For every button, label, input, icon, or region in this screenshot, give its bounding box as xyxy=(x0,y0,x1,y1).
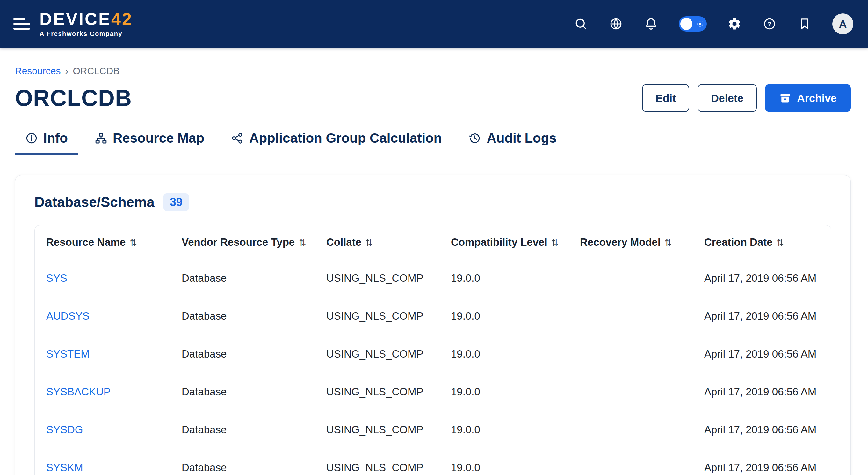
globe-icon[interactable] xyxy=(609,16,623,31)
section-header: Database/Schema 39 xyxy=(34,193,831,211)
table-header-row: Resource Name⇅Vendor Resource Type⇅Colla… xyxy=(35,226,831,260)
column-header[interactable]: Vendor Resource Type⇅ xyxy=(170,226,315,260)
breadcrumb-resources-link[interactable]: Resources xyxy=(15,66,61,76)
resource-link[interactable]: AUDSYS xyxy=(46,310,90,322)
tab-application-group-calculation[interactable]: Application Group Calculation xyxy=(221,131,452,155)
history-icon xyxy=(468,132,481,144)
table-cell: Database xyxy=(170,335,315,373)
table-cell: April 17, 2019 06:56 AM xyxy=(693,411,831,449)
column-label: Compatibility Level xyxy=(451,236,548,248)
search-icon[interactable] xyxy=(574,16,588,31)
brand-logo[interactable]: DEVICE42 A Freshworks Company xyxy=(39,10,133,38)
sort-icon[interactable]: ⇅ xyxy=(777,238,784,248)
help-icon[interactable]: ? xyxy=(762,16,777,31)
column-header[interactable]: Creation Date⇅ xyxy=(693,226,831,260)
column-header[interactable]: Collate⇅ xyxy=(315,226,439,260)
table-cell: USING_NLS_COMP xyxy=(315,335,439,373)
table-body: SYSDatabaseUSING_NLS_COMP19.0.0April 17,… xyxy=(35,259,831,475)
table-cell: 19.0.0 xyxy=(439,411,568,449)
column-label: Vendor Resource Type xyxy=(182,236,295,248)
table-cell xyxy=(568,449,693,475)
column-label: Recovery Model xyxy=(580,236,660,248)
database-schema-card: Database/Schema 39 Resource Name⇅Vendor … xyxy=(15,175,851,475)
tab-audit-logs[interactable]: Audit Logs xyxy=(458,131,566,155)
table-cell: Database xyxy=(170,373,315,411)
table-cell: April 17, 2019 06:56 AM xyxy=(693,373,831,411)
tab-bar: Info Resource Map Application Group Calc… xyxy=(15,131,851,156)
table-cell xyxy=(568,259,693,297)
info-icon xyxy=(25,132,38,144)
table-cell: USING_NLS_COMP xyxy=(315,373,439,411)
table-cell xyxy=(568,411,693,449)
table-cell xyxy=(568,297,693,335)
brand-text: DEVICE xyxy=(39,9,111,28)
resource-link[interactable]: SYS xyxy=(46,272,67,284)
sort-icon[interactable]: ⇅ xyxy=(664,238,672,248)
resource-link[interactable]: SYSBACKUP xyxy=(46,386,111,398)
table-row: SYSBACKUPDatabaseUSING_NLS_COMP19.0.0Apr… xyxy=(35,373,831,411)
table-cell: Database xyxy=(170,297,315,335)
archive-button-label: Archive xyxy=(797,92,837,104)
resource-link[interactable]: SYSTEM xyxy=(46,348,90,360)
archive-button[interactable]: Archive xyxy=(765,84,851,112)
topbar-actions: ? A xyxy=(574,13,853,34)
table-cell: USING_NLS_COMP xyxy=(315,259,439,297)
top-navigation-bar: DEVICE42 A Freshworks Company xyxy=(0,0,868,48)
resource-table-container: Resource Name⇅Vendor Resource Type⇅Colla… xyxy=(34,225,831,475)
table-cell: USING_NLS_COMP xyxy=(315,449,439,475)
cell-resource-name: SYSBACKUP xyxy=(35,373,170,411)
bell-icon[interactable] xyxy=(644,16,658,31)
table-row: SYSDatabaseUSING_NLS_COMP19.0.0April 17,… xyxy=(35,259,831,297)
breadcrumb-current: ORCLCDB xyxy=(73,66,120,76)
theme-toggle[interactable] xyxy=(679,16,707,32)
tab-resource-map-label: Resource Map xyxy=(113,131,204,146)
tab-audit-logs-label: Audit Logs xyxy=(487,131,556,146)
count-badge: 39 xyxy=(163,193,189,211)
sun-icon xyxy=(695,20,705,28)
gear-icon[interactable] xyxy=(727,16,742,31)
sitemap-icon xyxy=(95,132,107,144)
delete-button[interactable]: Delete xyxy=(698,84,757,112)
table-cell: 19.0.0 xyxy=(439,297,568,335)
table-cell xyxy=(568,335,693,373)
cell-resource-name: AUDSYS xyxy=(35,297,170,335)
table-row: AUDSYSDatabaseUSING_NLS_COMP19.0.0April … xyxy=(35,297,831,335)
table-cell: 19.0.0 xyxy=(439,449,568,475)
table-cell: Database xyxy=(170,259,315,297)
cell-resource-name: SYSTEM xyxy=(35,335,170,373)
brand-wordmark: DEVICE42 xyxy=(39,10,133,27)
page-title: ORCLCDB xyxy=(15,85,132,111)
column-header[interactable]: Recovery Model⇅ xyxy=(568,226,693,260)
edit-button[interactable]: Edit xyxy=(642,84,689,112)
sort-icon[interactable]: ⇅ xyxy=(299,238,306,248)
bookmark-icon[interactable] xyxy=(797,16,812,31)
sort-icon[interactable]: ⇅ xyxy=(551,238,559,248)
brand-subtitle: A Freshworks Company xyxy=(39,30,133,38)
sort-icon[interactable]: ⇅ xyxy=(129,238,137,248)
menu-icon[interactable] xyxy=(13,18,30,30)
table-row: SYSKMDatabaseUSING_NLS_COMP19.0.0April 1… xyxy=(35,449,831,475)
app-group-icon xyxy=(231,132,244,144)
breadcrumb-separator: › xyxy=(65,66,68,76)
cell-resource-name: SYSKM xyxy=(35,449,170,475)
column-header[interactable]: Compatibility Level⇅ xyxy=(439,226,568,260)
main-content: Resources › ORCLCDB ORCLCDB Edit Delete … xyxy=(0,66,868,475)
column-header[interactable]: Resource Name⇅ xyxy=(35,226,170,260)
table-cell: April 17, 2019 06:56 AM xyxy=(693,297,831,335)
resource-link[interactable]: SYSDG xyxy=(46,424,83,436)
table-cell: USING_NLS_COMP xyxy=(315,297,439,335)
resource-link[interactable]: SYSKM xyxy=(46,462,83,473)
svg-text:?: ? xyxy=(768,21,772,28)
user-avatar[interactable]: A xyxy=(832,13,853,34)
section-title: Database/Schema xyxy=(34,194,155,210)
table-row: SYSDGDatabaseUSING_NLS_COMP19.0.0April 1… xyxy=(35,411,831,449)
tab-resource-map[interactable]: Resource Map xyxy=(85,131,214,155)
sort-icon[interactable]: ⇅ xyxy=(365,238,372,248)
resource-table: Resource Name⇅Vendor Resource Type⇅Colla… xyxy=(35,226,831,475)
column-label: Creation Date xyxy=(704,236,773,248)
table-cell: USING_NLS_COMP xyxy=(315,411,439,449)
table-cell: Database xyxy=(170,411,315,449)
tab-info[interactable]: Info xyxy=(15,131,78,155)
toggle-knob xyxy=(680,18,692,30)
brand-accent-text: 42 xyxy=(111,9,133,28)
